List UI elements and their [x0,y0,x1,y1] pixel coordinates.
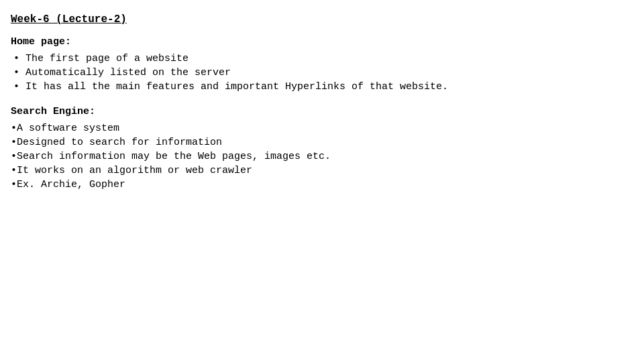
list-item: Designed to search for information [11,137,633,148]
homepage-heading: Home page: [11,36,633,48]
list-item: Automatically listed on the server [11,67,633,78]
list-item: Search information may be the Web pages,… [11,151,633,162]
list-item: A software system [11,123,633,134]
list-item: It has all the main features and importa… [11,81,633,93]
search-engine-section: Search Engine: A software system Designe… [11,106,633,190]
list-item: The first page of a website [11,53,633,64]
search-engine-heading: Search Engine: [11,106,633,117]
homepage-section: Home page: The first page of a website A… [11,36,633,93]
list-item: Ex. Archie, Gopher [11,179,633,190]
search-engine-bullet-list: A software system Designed to search for… [11,123,633,190]
page-title: Week-6 (Lecture-2) [11,13,633,25]
list-item: It works on an algorithm or web crawler [11,165,633,176]
homepage-bullet-list: The first page of a website Automaticall… [11,53,633,93]
